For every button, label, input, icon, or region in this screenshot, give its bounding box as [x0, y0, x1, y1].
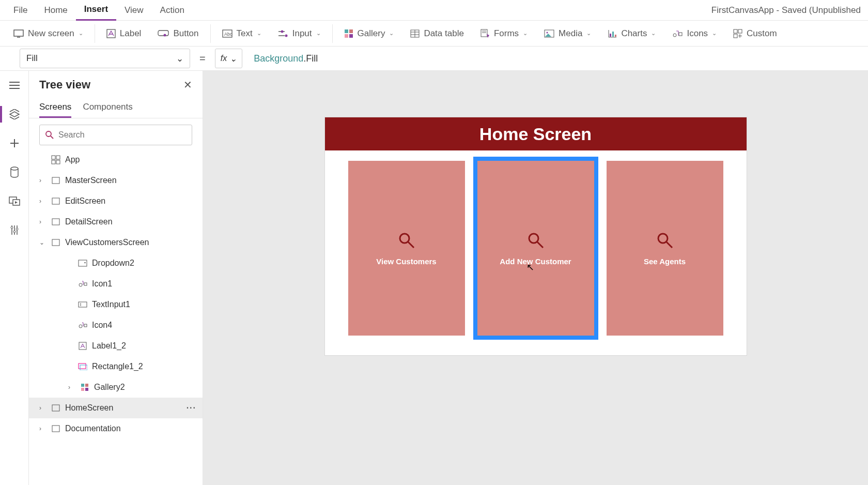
plus-icon[interactable]: [7, 136, 22, 150]
svg-rect-14: [349, 34, 353, 38]
svg-rect-73: [81, 388, 84, 391]
search-icon: [45, 130, 54, 140]
property-selector-value: Fill: [26, 53, 38, 64]
search-input[interactable]: [39, 125, 192, 145]
text-button[interactable]: Abc Text ⌄: [215, 21, 269, 47]
chevron-right-icon[interactable]: ›: [39, 425, 47, 432]
tree-item-editscreen[interactable]: › EditScreen: [29, 191, 203, 211]
svg-rect-53: [52, 156, 55, 159]
tree-item-dropdown2[interactable]: Dropdown2: [29, 253, 203, 274]
svg-point-10: [285, 34, 287, 37]
forms-label: Forms: [494, 28, 519, 39]
icon-control-icon: [78, 279, 88, 289]
tree-item-rectangle1-2[interactable]: Rectangle1_2: [29, 356, 203, 377]
svg-point-49: [13, 231, 16, 233]
separator: [332, 24, 333, 43]
card-view-customers[interactable]: View Customers: [348, 161, 465, 336]
gallery-button[interactable]: Gallery ⌄: [337, 21, 401, 47]
icons-button[interactable]: Icons ⌄: [665, 21, 724, 47]
menu-insert[interactable]: Insert: [76, 0, 116, 21]
data-icon[interactable]: [7, 165, 22, 179]
chevron-right-icon[interactable]: ›: [39, 198, 47, 205]
close-icon[interactable]: ✕: [183, 79, 192, 91]
chevron-down-icon: ⌄: [586, 30, 591, 37]
new-screen-button[interactable]: New screen ⌄: [6, 21, 90, 47]
formula-input[interactable]: Background.Fill: [247, 49, 868, 68]
left-rail: [0, 71, 29, 485]
menu-home[interactable]: Home: [36, 0, 75, 21]
forms-button[interactable]: Forms ⌄: [473, 21, 535, 47]
chevron-right-icon[interactable]: ›: [68, 384, 75, 391]
search-field[interactable]: [58, 130, 187, 140]
menu-action[interactable]: Action: [152, 0, 193, 21]
menu-view[interactable]: View: [116, 0, 152, 21]
media-button[interactable]: Media ⌄: [537, 21, 598, 47]
svg-rect-72: [85, 384, 88, 387]
screen-icon: [51, 217, 61, 227]
card-add-new-customer[interactable]: Add New Customer ↖: [477, 161, 594, 336]
svg-rect-58: [52, 198, 59, 204]
forms-icon: [481, 29, 490, 38]
card-label: View Customers: [376, 257, 436, 266]
screen-icon: [51, 196, 61, 206]
tree-item-documentation[interactable]: › Documentation: [29, 418, 203, 439]
tree-item-masterscreen[interactable]: › MasterScreen: [29, 170, 203, 191]
chevron-right-icon[interactable]: ›: [39, 177, 47, 184]
charts-label: Charts: [621, 28, 647, 39]
tree-item-detailscreen[interactable]: › DetailScreen: [29, 211, 203, 232]
tree-item-label: EditScreen: [65, 196, 105, 206]
chevron-down-icon: ⌄: [523, 30, 528, 37]
svg-rect-55: [52, 160, 55, 164]
formula-object: Background: [254, 53, 303, 64]
text-icon: Abc: [222, 29, 233, 38]
tab-screens[interactable]: Screens: [39, 98, 71, 118]
chevron-right-icon[interactable]: ›: [39, 404, 47, 412]
tree-item-label: MasterScreen: [65, 176, 117, 185]
tree-item-label: Documentation: [65, 424, 121, 433]
media-icon[interactable]: [7, 194, 22, 208]
chevron-down-icon[interactable]: ⌄: [39, 239, 47, 246]
app-screen[interactable]: Home Screen View Customers Add New Custo…: [325, 117, 747, 355]
more-icon[interactable]: ···: [187, 403, 196, 413]
data-table-button[interactable]: Data table: [403, 21, 471, 47]
tree-item-gallery2[interactable]: › Gallery2: [29, 377, 203, 398]
charts-button[interactable]: Charts ⌄: [600, 21, 663, 47]
custom-button[interactable]: Custom: [726, 21, 784, 47]
canvas-area[interactable]: Home Screen View Customers Add New Custo…: [203, 71, 868, 485]
text-label: Text: [237, 28, 253, 39]
svg-line-82: [667, 242, 672, 248]
label-button[interactable]: Label: [99, 21, 149, 47]
tab-components[interactable]: Components: [83, 98, 132, 118]
svg-rect-30: [679, 33, 682, 36]
search-icon: [656, 231, 674, 250]
tree-item-label1-2[interactable]: Label1_2: [29, 336, 203, 356]
input-button[interactable]: Input ⌄: [271, 21, 328, 47]
svg-point-51: [46, 131, 51, 137]
tree-item-viewcustomersscreen[interactable]: ⌄ ViewCustomersScreen: [29, 232, 203, 253]
tree-item-textinput1[interactable]: TextInput1: [29, 294, 203, 315]
svg-rect-26: [610, 34, 611, 37]
property-selector[interactable]: Fill ⌄: [20, 49, 190, 68]
button-button[interactable]: Button: [150, 21, 206, 47]
tree-item-icon1[interactable]: Icon1: [29, 274, 203, 294]
tree-item-icon4[interactable]: Icon4: [29, 315, 203, 336]
search-icon: [526, 231, 545, 250]
tree-item-homescreen[interactable]: › HomeScreen ···: [29, 398, 203, 418]
chevron-right-icon[interactable]: ›: [39, 218, 47, 225]
data-table-label: Data table: [424, 28, 464, 39]
menu-file[interactable]: File: [5, 0, 36, 21]
fx-button[interactable]: fx ⌄: [215, 49, 242, 68]
svg-rect-59: [52, 219, 59, 225]
tree-item-app[interactable]: App: [29, 149, 203, 170]
hamburger-icon[interactable]: [7, 78, 22, 93]
screen-icon: [51, 423, 61, 434]
svg-rect-63: [84, 283, 87, 285]
tree-view-icon[interactable]: [7, 107, 22, 122]
label-icon: [78, 341, 88, 351]
tree-item-label: Gallery2: [94, 383, 125, 392]
tools-icon[interactable]: [7, 223, 22, 237]
separator: [210, 24, 211, 43]
svg-rect-67: [84, 324, 87, 327]
svg-rect-69: [79, 363, 86, 369]
card-see-agents[interactable]: See Agents: [607, 161, 723, 336]
